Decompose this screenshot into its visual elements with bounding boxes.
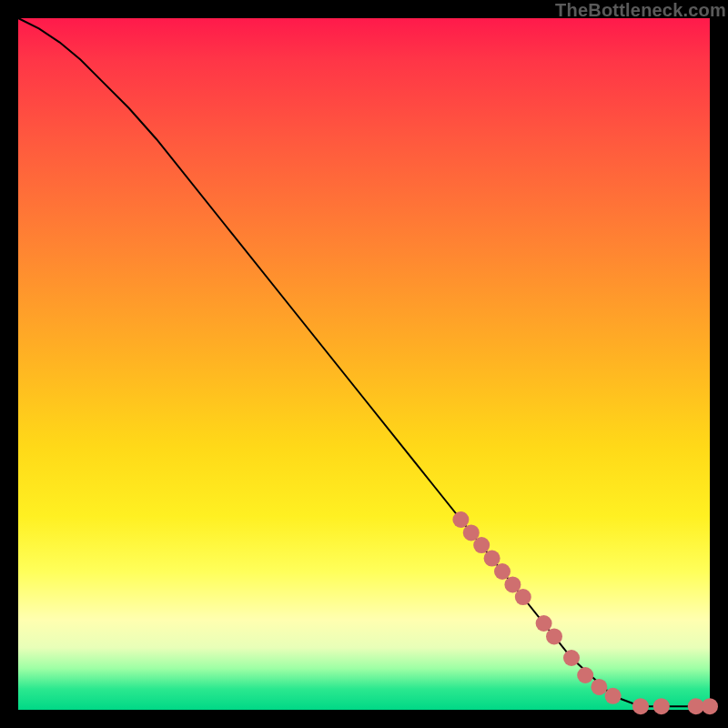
plot-frame [18, 18, 710, 710]
marker-point [484, 551, 500, 567]
marker-point [653, 698, 670, 714]
watermark-text: TheBottleneck.com [555, 0, 726, 21]
marker-point [546, 628, 562, 644]
marker-point [473, 537, 490, 553]
marker-point [515, 589, 531, 605]
marker-point [577, 667, 593, 683]
marker-group [452, 511, 718, 714]
marker-point [563, 650, 580, 666]
marker-point [632, 698, 649, 714]
marker-point [452, 511, 469, 528]
marker-point [605, 688, 622, 704]
marker-point [702, 698, 718, 714]
marker-point [494, 563, 511, 580]
plot-svg [18, 18, 710, 710]
marker-point [591, 679, 607, 695]
curve-line [18, 18, 710, 706]
marker-point [536, 615, 552, 632]
